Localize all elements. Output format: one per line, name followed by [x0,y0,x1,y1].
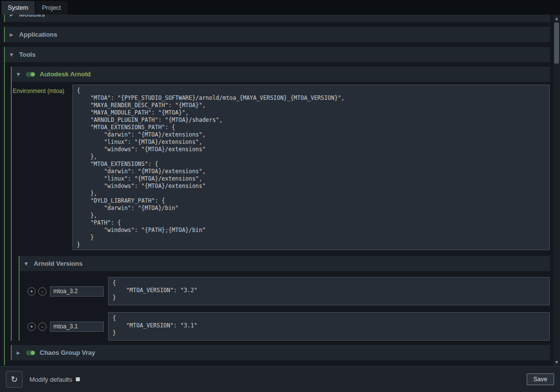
scroll-up-icon[interactable]: ▲ [553,15,560,22]
section-arnold-versions: ▼ Arnold Versions + - { "MTOA_VERSION": … [19,256,550,341]
environment-json-editor[interactable]: { "MTOA": "{PYPE_STUDIO_SOFTWARE}/arnold… [72,85,550,250]
main-area: ▶ Modules ▶ Applications ▼ Tools [0,15,560,366]
section-title-chaos-group-vray: Chaos Group Vray [40,349,95,356]
chevron-right-icon: ▶ [10,32,15,37]
modify-defaults-label: Modify defaults [29,376,72,383]
section-header-tools[interactable]: ▼ Tools [5,47,550,62]
section-title-tools: Tools [19,51,36,58]
section-autodesk-arnold: ▼ Autodesk Arnold Environment (mtoa) { "… [11,67,550,341]
chevron-down-icon: ▼ [24,261,29,266]
section-header-chaos-group-vray[interactable]: ▶ Chaos Group Vray [12,345,550,360]
vray-enabled-toggle-icon[interactable] [26,350,35,355]
version-key-input[interactable] [50,286,104,297]
section-header-arnold-versions[interactable]: ▼ Arnold Versions [20,256,550,271]
section-title-autodesk-arnold: Autodesk Arnold [40,70,91,78]
chevron-down-icon: ▼ [10,52,15,57]
settings-content: ▶ Modules ▶ Applications ▼ Tools [0,15,553,366]
vertical-scrollbar[interactable]: ▲ ▼ [553,15,560,366]
add-version-button[interactable]: + [27,287,36,296]
chevron-right-icon: ▶ [17,350,22,355]
section-chaos-group-vray: ▶ Chaos Group Vray [11,345,550,360]
version-row: + - { "MTOA_VERSION": "3.2" } [27,277,550,305]
section-header-autodesk-arnold[interactable]: ▼ Autodesk Arnold [12,67,550,82]
modify-defaults-checkbox[interactable] [76,377,80,381]
section-title-modules: Modules [19,15,45,18]
version-json-editor[interactable]: { "MTOA_VERSION": "3.1" } [108,312,550,341]
chevron-down-icon: ▼ [17,72,22,77]
arnold-enabled-toggle-icon[interactable] [26,72,35,77]
refresh-icon: ↻ [11,374,18,384]
environment-field-row: Environment (mtoa) { "MTOA": "{PYPE_STUD… [13,85,550,250]
arnold-versions-body: + - { "MTOA_VERSION": "3.2" } + - [20,277,550,341]
section-header-modules[interactable]: ▶ Modules [5,15,550,22]
section-title-arnold-versions: Arnold Versions [34,260,83,267]
scrollbar-track[interactable] [553,22,560,359]
refresh-button[interactable]: ↻ [6,371,23,388]
version-key-input[interactable] [50,322,104,332]
tab-system[interactable]: System [1,1,35,15]
section-header-applications[interactable]: ▶ Applications [5,27,550,42]
arnold-body: Environment (mtoa) { "MTOA": "{PYPE_STUD… [12,85,550,341]
section-title-applications: Applications [19,31,57,38]
remove-version-button[interactable]: - [38,287,47,296]
version-row: + - { "MTOA_VERSION": "3.1" } [27,312,550,341]
add-version-button[interactable]: + [27,323,36,331]
modify-defaults: Modify defaults [29,376,80,383]
remove-version-button[interactable]: - [38,323,47,331]
section-modules: ▶ Modules [4,15,550,22]
settings-window: System Project ▶ Modules ▶ Applications [0,0,560,392]
section-tools: ▼ Tools ▼ Autodesk Arnold Environm [4,47,550,365]
save-button[interactable]: Save [527,373,555,385]
tab-project[interactable]: Project [36,1,68,15]
tab-bar: System Project [0,0,560,15]
footer-bar: ↻ Modify defaults Save [0,366,560,392]
chevron-right-icon: ▶ [10,15,15,17]
scroll-down-icon[interactable]: ▼ [553,359,560,366]
version-json-editor[interactable]: { "MTOA_VERSION": "3.2" } [108,277,550,305]
environment-label: Environment (mtoa) [13,85,72,94]
scrollbar-thumb[interactable] [554,23,559,64]
section-applications: ▶ Applications [4,27,550,42]
tools-body: ▼ Autodesk Arnold Environment (mtoa) { "… [5,67,550,365]
